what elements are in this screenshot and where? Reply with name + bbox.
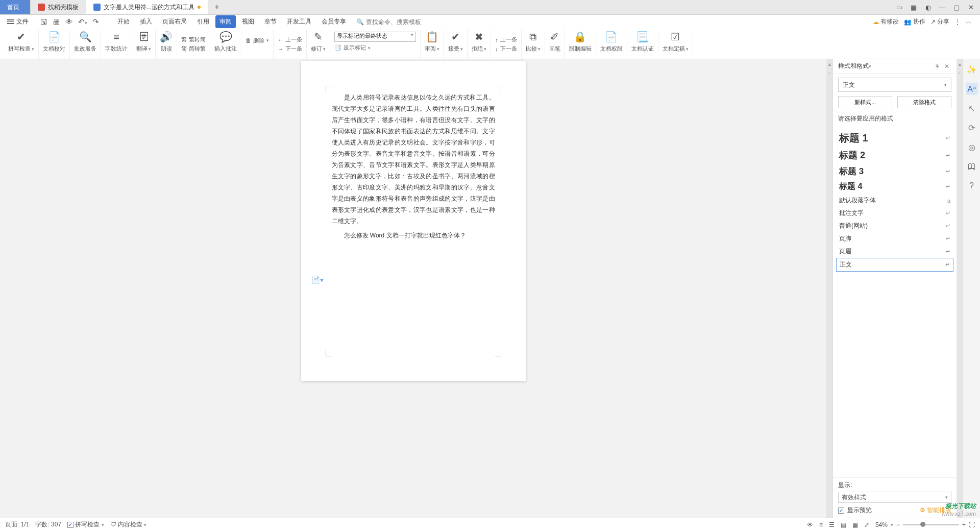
show-markup-dropdown[interactable]: 📑 显示标记 ▾ — [334, 44, 416, 52]
word-count[interactable]: 字数: 307 — [35, 520, 61, 529]
gutter-up2-icon[interactable]: ▴ — [959, 61, 961, 67]
prev-comment-button[interactable]: ← 上一条 — [278, 36, 302, 43]
accept-button[interactable]: ✔接受▾ — [444, 30, 468, 59]
compare-button[interactable]: ⧉比较▾ — [522, 30, 545, 59]
gutter-up-icon[interactable]: ▴ — [828, 61, 831, 67]
new-tab-button[interactable]: + — [208, 0, 226, 14]
proof-button[interactable]: 📄文档校对 — [39, 30, 70, 59]
menu-review[interactable]: 审阅 — [215, 15, 236, 28]
fullscreen-icon[interactable]: ⛶ — [969, 521, 975, 528]
docperm-button[interactable]: 📄文档权限 — [596, 30, 627, 59]
tab-home[interactable]: 首页 — [0, 0, 31, 14]
document-page[interactable]: 是人类用符号记录表达信息以传之久远的方式和工具。现代文字大多是记录语言的工具。人… — [301, 61, 526, 381]
style-item[interactable]: 标题 4↵ — [836, 179, 953, 194]
next-change-button[interactable]: ↓ 下一条 — [495, 45, 517, 53]
menu-vip[interactable]: 会员专享 — [317, 15, 350, 28]
collapse-ribbon-icon[interactable]: ︿ — [966, 17, 972, 26]
location-icon[interactable]: ◎ — [966, 141, 978, 153]
close-button[interactable]: ✕ — [965, 1, 977, 13]
maximize-button[interactable]: ▢ — [950, 1, 963, 13]
zoom-control[interactable]: 54%▾ − + ⛶ — [875, 521, 975, 528]
clear-format-button[interactable]: 清除格式 — [897, 96, 951, 108]
menu-chapter[interactable]: 章节 — [260, 15, 281, 28]
current-style-dropdown[interactable]: 正文▾ — [838, 78, 951, 92]
print-icon[interactable]: 🖶 — [53, 17, 60, 27]
menu-view[interactable]: 视图 — [238, 15, 258, 28]
menu-dev[interactable]: 开发工具 — [283, 15, 315, 28]
style-item[interactable]: 标题 3↵ — [836, 163, 953, 179]
ai-layout-button[interactable]: ⚙ 智能排版 — [920, 506, 951, 515]
view-web-icon[interactable]: ▤ — [841, 521, 846, 528]
save-icon[interactable]: 🖫 — [40, 17, 47, 27]
prev-change-button[interactable]: ↑ 上一条 — [495, 36, 517, 43]
menu-ref[interactable]: 引用 — [193, 15, 213, 28]
tab-document[interactable]: 文字是人类用符...远的方式和工具 — [86, 0, 208, 14]
help-icon[interactable]: ? — [966, 180, 978, 192]
style-item[interactable]: 普通(网站)↵ — [836, 220, 953, 232]
fit-icon[interactable]: ⤢ — [864, 521, 869, 528]
preview-checkbox[interactable]: ✔ — [838, 508, 844, 514]
search-input[interactable] — [366, 18, 448, 26]
zoom-out-icon[interactable]: − — [896, 521, 900, 528]
changes-button[interactable]: ☁有修改 — [873, 17, 899, 26]
outline-icon[interactable]: ⟳ — [966, 122, 978, 134]
paragraph-1[interactable]: 是人类用符号记录表达信息以传之久远的方式和工具。现代文字大多是记录语言的工具。人… — [332, 92, 495, 227]
docfinal-button[interactable]: ☑文档定稿▾ — [658, 30, 693, 59]
coop-button[interactable]: 👥协作 — [904, 17, 925, 26]
grid-icon[interactable]: ▦ — [908, 1, 920, 13]
style-item[interactable]: 默认段落字体a — [836, 194, 953, 207]
search-box[interactable]: 🔍 — [352, 18, 452, 26]
select-icon[interactable]: ↖ — [966, 102, 978, 114]
close-panel-icon[interactable]: ✕ — [942, 63, 951, 70]
pin-icon[interactable]: ⚘ — [933, 63, 942, 70]
page-indicator[interactable]: 页面: 1/1 — [5, 520, 29, 529]
print-preview-icon[interactable]: 👁 — [65, 17, 73, 27]
doccert-button[interactable]: 📃文档认证 — [627, 30, 658, 59]
trad-to-simp-button[interactable]: 繁 繁转简 — [181, 36, 206, 43]
translate-button[interactable]: 🈂翻译▾ — [132, 30, 156, 59]
menu-insert[interactable]: 插入 — [136, 15, 156, 28]
minimize-button[interactable]: — — [936, 1, 948, 13]
review-pane-button[interactable]: 📋审阅▾ — [421, 30, 444, 59]
view-outline-icon[interactable]: ☰ — [829, 521, 835, 528]
style-item[interactable]: 页眉↵ — [836, 245, 953, 258]
menu-start[interactable]: 开始 — [113, 15, 134, 28]
menu-layout[interactable]: 页面布局 — [158, 15, 191, 28]
paragraph-2[interactable]: 怎么修改 Word 文档一打字就出现红色字体？ — [332, 230, 495, 241]
style-item[interactable]: 页脚↵ — [836, 232, 953, 245]
view-read-icon[interactable]: ▦ — [852, 521, 858, 528]
document-viewport[interactable]: 是人类用符号记录表达信息以传之久远的方式和工具。现代文字大多是记录语言的工具。人… — [0, 59, 826, 518]
style-item[interactable]: 正文↵ — [836, 258, 953, 272]
read-button[interactable]: 🔊朗读 — [156, 30, 177, 59]
effects-icon[interactable]: ✨ — [966, 63, 978, 76]
delete-comment-button[interactable]: 🗑 删除▾ — [246, 37, 269, 44]
file-menu[interactable]: 文件 — [3, 17, 33, 26]
approve-button[interactable]: 🔍批改服务 — [70, 30, 101, 59]
share-button[interactable]: ↗分享 — [930, 17, 949, 26]
new-comment-button[interactable]: 💬插入批注 — [210, 30, 241, 59]
restrict-button[interactable]: 🔒限制编辑 — [565, 30, 596, 59]
revise-button[interactable]: ✎修订▾ — [307, 30, 330, 59]
skin-icon[interactable]: ◐ — [922, 1, 934, 13]
spellcheck-status[interactable]: ✔ 拼写检查 ▾ — [67, 520, 104, 529]
spellcheck-button[interactable]: ✔拼写检查▾ — [4, 30, 39, 59]
style-item[interactable]: 标题 1↵ — [836, 129, 953, 147]
show-filter-dropdown[interactable]: 有效样式▾ — [838, 492, 951, 503]
style-item[interactable]: 批注文字↵ — [836, 207, 953, 220]
pen-button[interactable]: ✐画笔 — [545, 30, 565, 59]
reject-button[interactable]: ✖拒绝▾ — [468, 30, 491, 59]
simp-to-trad-button[interactable]: 简 简转繁 — [181, 45, 206, 53]
style-item[interactable]: 标题 2↵ — [836, 147, 953, 163]
styles-icon[interactable]: Aᵃ — [966, 83, 978, 95]
wordcount-button[interactable]: ≡字数统计 — [101, 30, 132, 59]
new-style-button[interactable]: 新样式... — [838, 96, 892, 108]
tab-template[interactable]: 找稻壳模板 — [31, 0, 86, 14]
redo-icon[interactable]: ↷ — [92, 17, 99, 27]
layout-icon[interactable]: ▭ — [893, 1, 905, 13]
bookmark-icon[interactable]: 🕮 — [966, 160, 978, 173]
eye-icon[interactable]: 👁 — [807, 521, 813, 528]
markup-state-dropdown[interactable]: 显示标记的最终状态 ▾ — [334, 32, 416, 42]
view-normal-icon[interactable]: ≡ — [819, 521, 823, 528]
next-comment-button[interactable]: → 下一条 — [278, 45, 302, 53]
zoom-slider[interactable] — [903, 524, 959, 525]
